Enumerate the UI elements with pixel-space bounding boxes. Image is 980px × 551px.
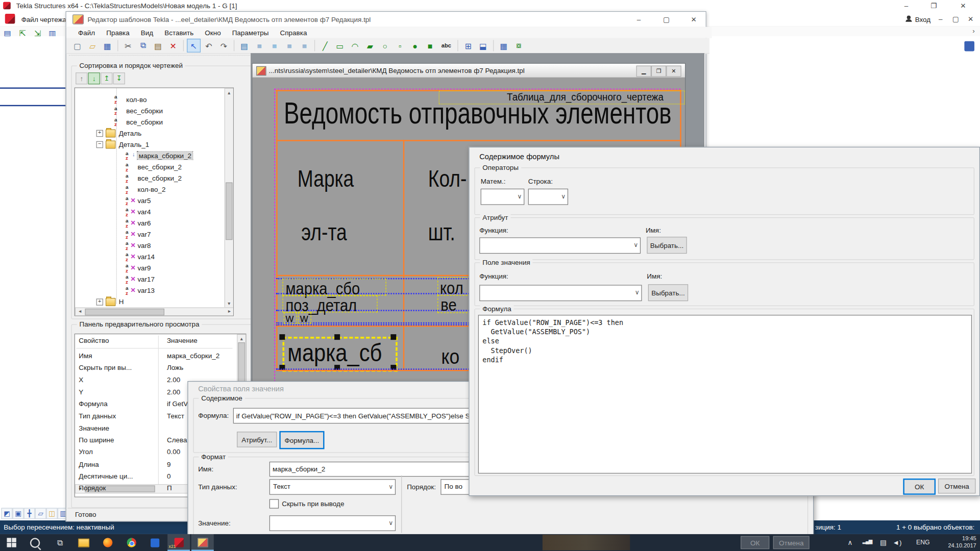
cut-icon[interactable]: ✂: [121, 39, 135, 53]
drawing-canvas-left[interactable]: [0, 36, 66, 520]
tree-item[interactable]: azвсе_сборки: [75, 117, 223, 128]
paste-icon[interactable]: ▤: [151, 39, 165, 53]
editor-maximize-button[interactable]: ▢: [656, 13, 676, 26]
new-icon[interactable]: ▢: [70, 39, 84, 53]
keyboard-icon[interactable]: ▤: [880, 539, 887, 547]
fields-tree[interactable]: ▲ ▼ ◄ ► azкол-воazвес_сборкиazвсе_сборки…: [75, 87, 234, 316]
tree-item[interactable]: azвес_сборки: [75, 106, 223, 116]
header-col1-line2[interactable]: эл-та: [301, 220, 347, 246]
tree-item[interactable]: azкол-во: [75, 94, 223, 105]
selected-field-text[interactable]: марка_сб: [287, 339, 382, 367]
draw-arc-icon[interactable]: ◠: [348, 39, 362, 53]
vf-select-button[interactable]: Выбрать...: [648, 284, 688, 301]
volume-icon[interactable]: ◄): [893, 539, 902, 546]
search-icon[interactable]: [24, 534, 46, 551]
drawing-maximize-button[interactable]: ▢: [949, 13, 963, 24]
tekla-taskbar-icon[interactable]: x21: [167, 534, 190, 551]
tree-item[interactable]: −Деталь_1: [75, 139, 223, 150]
math-dropdown[interactable]: ∨: [481, 189, 525, 205]
save-icon[interactable]: ▦: [101, 39, 114, 53]
tree-item[interactable]: azвес_сборки_2: [75, 162, 223, 172]
tree-item[interactable]: az✕var4: [75, 207, 223, 217]
formula-code-editor[interactable]: if GetValue("ROW_IN_PAGE")<=3 then GetVa…: [478, 315, 972, 473]
selection-handle[interactable]: [279, 334, 285, 340]
child-close-button[interactable]: ✕: [666, 66, 681, 77]
tree-item[interactable]: +Деталь: [75, 128, 223, 139]
menu-item-3[interactable]: Вид: [135, 29, 159, 36]
draw-circle-icon[interactable]: ○: [378, 39, 392, 53]
formula-button[interactable]: Формула...: [279, 431, 324, 449]
tree-expand-toggle[interactable]: +: [96, 298, 103, 305]
hide-checkbox[interactable]: [270, 499, 279, 508]
clock[interactable]: 19:45 24.10.2017: [936, 535, 976, 549]
draw-filled-rect-icon[interactable]: ■: [423, 39, 437, 53]
tree-item[interactable]: az✕var13: [75, 286, 223, 296]
cancel-button[interactable]: Отмена: [938, 479, 975, 493]
draw-polyline-icon[interactable]: ▭: [333, 39, 347, 53]
tree-item[interactable]: az↓марка_сборки_2: [75, 151, 223, 161]
minimize-button[interactable]: –: [893, 0, 920, 11]
attr-select-button[interactable]: Выбрать...: [647, 237, 687, 254]
move-bottom-button[interactable]: ↧: [113, 72, 125, 84]
copy-icon[interactable]: ⧉: [136, 39, 150, 53]
field-row3-b[interactable]: w: [300, 312, 308, 325]
align-center-icon[interactable]: ≡: [267, 39, 281, 53]
tree-item[interactable]: azкол-во_2: [75, 184, 223, 195]
editor-close-button[interactable]: ✕: [684, 13, 704, 26]
ok-button[interactable]: ОК: [903, 479, 936, 495]
align-justify-icon[interactable]: ≡: [298, 39, 311, 53]
redo-icon[interactable]: ↷: [217, 39, 231, 53]
header-col2-line1[interactable]: Кол-: [428, 166, 467, 192]
snap-origin-icon[interactable]: ◩: [1, 508, 12, 519]
move-up-button[interactable]: ↑: [76, 72, 87, 84]
menu-item-7[interactable]: Справка: [275, 29, 313, 36]
snap-grid-icon[interactable]: ▣: [12, 508, 23, 519]
photos-app-icon[interactable]: [144, 534, 166, 551]
task-view-icon[interactable]: ⧉: [49, 534, 71, 551]
header-col2-line2[interactable]: шт.: [428, 220, 455, 246]
chrome-icon[interactable]: [120, 534, 142, 551]
draw-polygon-icon[interactable]: ▰: [363, 39, 377, 53]
align-right-icon[interactable]: ≡: [282, 39, 296, 53]
toolbar-overflow-chevron[interactable]: ›: [972, 27, 974, 35]
align-left-icon[interactable]: ≡: [253, 39, 266, 53]
editor-titlebar[interactable]: Редактор шаблонов Tekla - ...eel_detaile…: [66, 12, 706, 28]
header-col1-line1[interactable]: Марка: [298, 166, 354, 192]
attr-function-dropdown[interactable]: ∨: [479, 237, 641, 254]
editor-minimize-button[interactable]: –: [629, 13, 649, 26]
menu-drawing-file[interactable]: Файл чертежа: [21, 16, 66, 24]
menu-item-4[interactable]: Вставить: [159, 29, 199, 36]
tree-vscrollbar[interactable]: ▲ ▼: [225, 88, 234, 308]
text-icon[interactable]: abc: [438, 39, 454, 53]
select-icon[interactable]: ↖: [187, 39, 201, 53]
snap-cross-icon[interactable]: ╋: [24, 508, 35, 519]
drawing-close-button[interactable]: ✕: [964, 13, 977, 24]
draw-rect-icon[interactable]: ▫: [393, 39, 407, 53]
side-pane-icon[interactable]: [964, 41, 974, 52]
snap-frame-icon[interactable]: ◫: [46, 508, 58, 519]
field-row3-a[interactable]: w: [286, 312, 294, 325]
partial-field-text[interactable]: ко: [441, 345, 459, 369]
image-icon[interactable]: ⬓: [476, 39, 490, 53]
tree-item[interactable]: az✕var9: [75, 263, 223, 274]
menu-item-2[interactable]: Правка: [101, 29, 135, 36]
draw-line-icon[interactable]: ╱: [318, 39, 332, 53]
menu-item-1[interactable]: Файл: [72, 29, 101, 36]
undo-icon[interactable]: ↶: [202, 39, 216, 53]
property-row[interactable]: Скрыть при вы...Ложь: [75, 364, 236, 375]
table-icon[interactable]: ▦: [497, 39, 510, 53]
snap-plane-icon[interactable]: ▱: [35, 508, 46, 519]
firefox-icon[interactable]: [96, 534, 119, 551]
child-minimize-button[interactable]: ▁: [636, 66, 651, 77]
delete-icon[interactable]: ✕: [166, 39, 180, 53]
attribute-button[interactable]: Атрибут...: [237, 432, 277, 447]
move-down-button[interactable]: ↓: [88, 72, 100, 84]
template-editor-taskbar-icon[interactable]: [191, 534, 214, 551]
start-button[interactable]: [0, 534, 22, 551]
tree-item[interactable]: azвсе_сборки_2: [75, 173, 223, 184]
file-explorer-icon[interactable]: [72, 534, 95, 551]
field-row2-col2[interactable]: ве: [440, 295, 456, 315]
value-dropdown[interactable]: ∨: [270, 515, 396, 531]
network-icon[interactable]: ▂▄▆: [863, 539, 872, 544]
draw-filled-circle-icon[interactable]: ●: [408, 39, 422, 53]
